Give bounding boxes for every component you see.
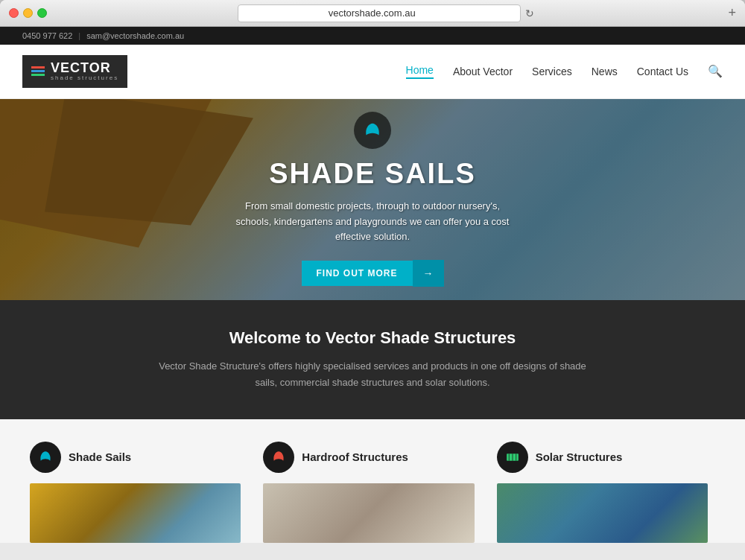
browser-titlebar: ↻ + [0,0,745,27]
service-shade-sails: Shade Sails [22,442,256,543]
hardroof-title: Hardroof Structures [302,451,408,463]
nav-contact[interactable]: Contact Us [637,66,688,77]
welcome-title: Welcome to Vector Shade Structures [22,328,723,348]
logo[interactable]: VECTOR shade structures [22,55,127,88]
info-bar: 0450 977 622 | sam@vectorshade.com.au [0,27,745,45]
new-tab-button[interactable]: + [728,5,736,21]
hero-title: SHADE SAILS [231,158,514,190]
logo-main-text: VECTOR [51,61,118,74]
service-solar-header: Solar Structures [497,442,623,473]
shade-sails-title: Shade Sails [69,451,131,463]
shade-sails-icon [30,442,61,473]
welcome-description: Vector Shade Structure's offers highly s… [149,358,596,391]
shade-sails-image [30,483,241,543]
browser-window: ↻ + 0450 977 622 | sam@vectorshade.com.a… [0,0,745,560]
logo-text: VECTOR shade structures [51,61,118,82]
services-section: Shade Sails Hardroof Structures [0,419,745,543]
nav-home[interactable]: Home [406,64,434,79]
url-input[interactable] [238,4,521,22]
reload-icon[interactable]: ↻ [525,7,537,19]
nav-news[interactable]: News [592,66,618,77]
info-separator: | [78,31,80,40]
email-address: sam@vectorshade.com.au [86,31,184,40]
solar-image [497,483,708,543]
logo-box: VECTOR shade structures [22,55,127,88]
close-button[interactable] [9,8,19,18]
logo-stripe-red [31,66,45,69]
hero-description: From small domestic projects, through to… [231,199,514,245]
service-hardroof-header: Hardroof Structures [263,442,408,473]
logo-sub-text: shade structures [51,74,118,82]
hardroof-icon [263,442,294,473]
maximize-button[interactable] [37,8,47,18]
logo-stripe-green [31,74,45,76]
cta-arrow-button[interactable]: → [413,260,444,287]
search-icon[interactable]: 🔍 [708,64,723,78]
hero-brand-icon [354,112,391,149]
service-hardroof: Hardroof Structures [256,442,489,543]
nav-services[interactable]: Services [532,66,572,77]
url-bar-container: ↻ [53,4,722,22]
minimize-button[interactable] [23,8,33,18]
logo-stripe-blue [31,70,45,72]
solar-title: Solar Structures [536,451,623,463]
service-shade-header: Shade Sails [30,442,131,473]
hero-content: SHADE SAILS From small domestic projects… [216,112,529,287]
hero-section: SHADE SAILS From small domestic projects… [0,99,745,300]
nav-about[interactable]: About Vector [453,66,513,77]
welcome-section: Welcome to Vector Shade Structures Vecto… [0,300,745,419]
navigation-bar: VECTOR shade structures Home About Vecto… [0,45,745,99]
traffic-lights [9,8,47,18]
hardroof-image [263,483,474,543]
find-out-more-button[interactable]: FIND OUT MORE [302,261,413,286]
hero-cta-container: FIND OUT MORE → [302,260,444,287]
solar-icon [497,442,528,473]
logo-stripes [31,66,45,76]
service-solar: Solar Structures [489,442,723,543]
website-content: 0450 977 622 | sam@vectorshade.com.au VE… [0,27,745,560]
phone-number: 0450 977 622 [22,31,72,40]
nav-links: Home About Vector Services News Contact … [406,64,723,79]
